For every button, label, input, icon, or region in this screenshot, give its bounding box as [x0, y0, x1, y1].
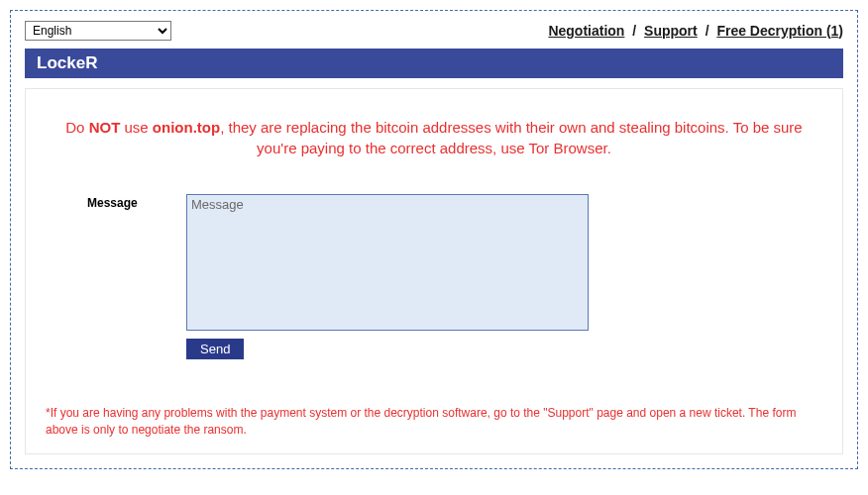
- footnote-text: *If you are having any problems with the…: [46, 405, 822, 439]
- nav-separator: /: [632, 23, 636, 39]
- nav-negotiation-link[interactable]: Negotiation: [548, 23, 624, 39]
- send-row: Send: [186, 339, 822, 359]
- warning-mid: use: [120, 119, 153, 136]
- warning-not: NOT: [89, 119, 121, 136]
- nav-separator: /: [705, 23, 709, 39]
- message-form-row: Message: [87, 194, 822, 331]
- content-panel: Do NOT use onion.top, they are replacing…: [25, 88, 843, 454]
- send-button[interactable]: Send: [186, 339, 244, 359]
- warning-text: Do NOT use onion.top, they are replacing…: [46, 117, 822, 158]
- language-select[interactable]: English: [25, 21, 171, 41]
- warning-domain: onion.top: [153, 119, 220, 136]
- top-row: English Negotiation / Support / Free Dec…: [25, 21, 843, 41]
- page-title: LockeR: [25, 49, 843, 78]
- page-container: English Negotiation / Support / Free Dec…: [10, 10, 858, 469]
- nav-support-link[interactable]: Support: [644, 23, 698, 39]
- message-label: Message: [87, 194, 186, 210]
- nav-free-decryption-link[interactable]: Free Decryption (1): [716, 23, 843, 39]
- top-nav-links: Negotiation / Support / Free Decryption …: [548, 23, 843, 39]
- message-input[interactable]: [186, 194, 589, 331]
- warning-pre: Do: [65, 119, 88, 136]
- warning-rest: , they are replacing the bitcoin address…: [220, 119, 803, 156]
